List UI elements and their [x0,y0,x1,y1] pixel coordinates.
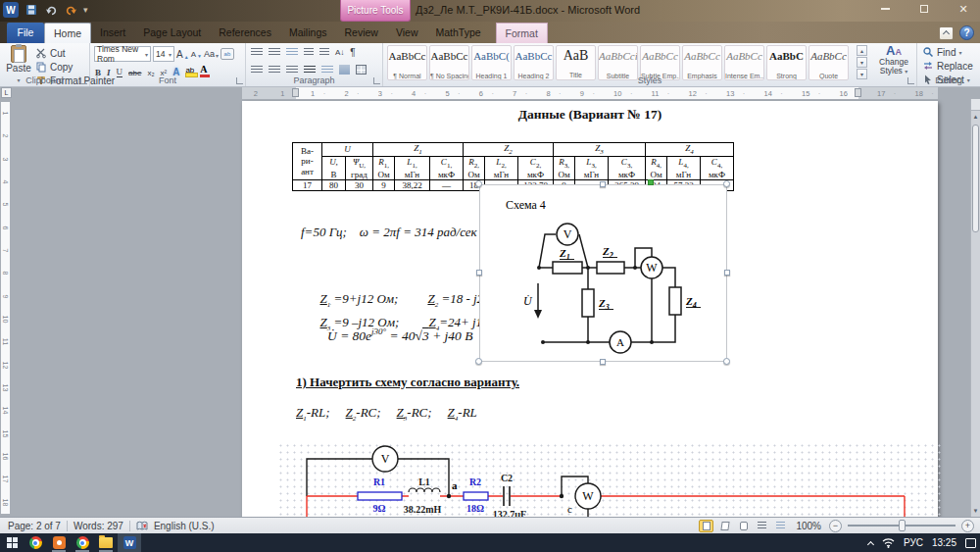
zoom-level[interactable]: 100% [796,521,821,531]
group-label-styles: Styles [383,75,916,85]
tab-insert[interactable]: Insert [91,23,134,43]
taskbar-chrome-1[interactable] [24,533,47,552]
tab-page-layout[interactable]: Page Layout [134,23,210,43]
pilcrow-icon[interactable]: ¶ [350,47,355,58]
tab-mathtype[interactable]: MathType [426,23,489,43]
language-badge[interactable]: РУС [904,537,923,548]
web-layout-view-button[interactable] [736,520,751,532]
tab-mailings[interactable]: Mailings [280,23,336,43]
minimize-ribbon-icon[interactable] [939,26,954,40]
clipboard-dialog-launcher[interactable] [80,77,87,84]
outline-view-button[interactable] [755,520,769,532]
indent-marker-left[interactable] [292,88,299,97]
selection-handle[interactable] [476,270,482,276]
print-layout-view-button[interactable] [699,520,713,532]
selection-handle[interactable] [600,359,606,365]
tray-expand-icon[interactable] [867,540,874,547]
circuit2-picture[interactable]: V W a c R1 9Ω L1 38.22mH R2 18Ω C2 132.7… [277,442,942,517]
copy-icon [36,62,47,73]
tab-file[interactable]: File [7,23,44,43]
borders-icon[interactable] [356,65,367,75]
zoom-out-button[interactable]: − [829,520,842,532]
draft-view-button[interactable] [773,520,788,532]
page-indicator[interactable]: Page: 2 of 7 [8,521,61,531]
horizontal-ruler[interactable]: 21 123456789101112131415161718 [242,87,938,99]
vertical-scrollbar[interactable]: ▲ ▼ [970,99,980,517]
word-app-icon[interactable]: W [3,2,19,18]
grow-font-button[interactable]: A▲ [176,49,189,60]
paragraph-dialog-launcher[interactable] [373,77,380,84]
word-count[interactable]: Words: 297 [74,521,123,531]
action-center-icon[interactable] [965,538,976,548]
change-styles-button[interactable]: AA Change Styles ▾ [872,45,915,76]
line-spacing-icon[interactable] [321,66,333,75]
selection-handle[interactable] [600,181,606,187]
multilevel-list-icon[interactable] [286,48,298,57]
bullets-icon[interactable] [251,48,263,57]
help-icon[interactable]: ? [959,25,974,40]
selection-handle[interactable] [723,358,730,365]
align-center-icon[interactable] [269,66,280,75]
save-icon[interactable] [24,3,38,17]
selection-handle[interactable] [475,358,482,365]
justify-icon[interactable] [304,66,316,75]
tab-stop-selector[interactable]: L [1,87,12,98]
shrink-font-button[interactable]: A▼ [191,50,202,59]
sort-icon[interactable]: A↓ [335,48,344,57]
tab-review[interactable]: Review [335,23,386,43]
start-button[interactable] [0,533,24,552]
document-page[interactable]: Данные (Вариант № 17) Ва-ри-ант U Z1 Z2 [242,101,938,517]
find-button[interactable]: Find▾ [923,46,973,58]
taskbar-word[interactable]: W [118,533,141,552]
selection-handle[interactable] [475,180,482,187]
close-button[interactable]: ✕ [951,1,976,17]
selection-handle[interactable] [724,270,730,276]
font-family-select[interactable]: Times New Rom▾ [94,46,151,62]
proofing-icon[interactable] [136,521,148,531]
numbering-icon[interactable] [269,48,280,57]
maximize-button[interactable] [911,1,937,17]
selection-handle[interactable] [723,180,730,187]
tab-view[interactable]: View [387,23,427,43]
replace-button[interactable]: Replace [923,60,973,72]
indent-marker-right[interactable] [855,88,861,97]
vertical-ruler[interactable]: 123456789101112131415161718 [0,99,11,517]
taskbar-chrome-2[interactable] [71,533,94,552]
tab-format[interactable]: Format [496,23,548,43]
language-indicator[interactable]: English (U.S.) [154,521,215,531]
align-left-icon[interactable] [251,66,263,75]
zoom-slider[interactable] [848,525,956,527]
qat-dropdown-icon[interactable]: ▾ [83,5,88,15]
zoom-in-button[interactable]: + [961,520,974,532]
font-dialog-launcher[interactable] [236,77,243,84]
taskbar-orange-app[interactable] [47,533,71,552]
tab-home[interactable]: Home [44,23,91,43]
increase-indent-icon[interactable] [319,48,329,57]
quick-access-toolbar: W ▾ [3,2,88,18]
tab-references[interactable]: References [210,23,280,43]
zoom-slider-thumb[interactable] [899,520,906,531]
scrollbar-thumb[interactable] [972,125,979,232]
scroll-down-icon[interactable]: ▼ [971,505,980,517]
gallery-up-icon[interactable]: ▴ [857,45,867,56]
decrease-indent-icon[interactable] [304,48,314,57]
phonetic-guide-icon[interactable]: ab [220,48,234,60]
shading-icon[interactable] [339,65,350,75]
taskbar-explorer[interactable] [94,533,118,552]
change-case-button[interactable]: Aa▾ [204,49,219,59]
font-size-select[interactable]: 14▾ [153,46,174,62]
wifi-icon[interactable] [882,537,895,548]
undo-icon[interactable] [44,3,58,17]
clock[interactable]: 13:25 [932,537,956,548]
minimize-button[interactable] [872,1,898,17]
table-value-cell: 9 [373,180,395,191]
styles-dialog-launcher[interactable] [907,77,914,84]
align-right-icon[interactable] [286,66,298,75]
schema4-picture[interactable]: Схема 4 [479,184,727,362]
gallery-down-icon[interactable]: ▾ [857,57,867,68]
redo-icon[interactable] [64,3,77,17]
ruler-toggle-button[interactable] [971,99,980,111]
table-subheader-cell: R1,Ом [373,156,395,179]
fullscreen-view-button[interactable] [717,520,732,532]
scroll-up-icon[interactable]: ▲ [971,111,980,123]
